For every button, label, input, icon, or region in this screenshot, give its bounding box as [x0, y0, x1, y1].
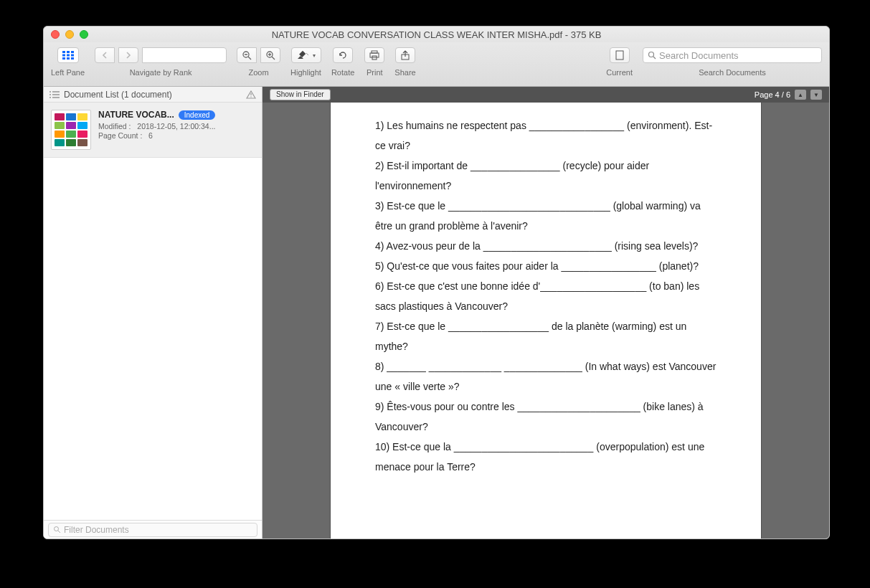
svg-line-10	[248, 57, 251, 60]
print-label: Print	[367, 68, 383, 77]
highlighter-icon	[296, 50, 311, 60]
toolbar: Left Pane Navigate by Rank	[44, 42, 829, 87]
document-line: 5) Qu'est-ce que vous faites pour aider …	[375, 256, 717, 276]
filter-placeholder: Filter Documents	[64, 525, 129, 535]
viewer: Show in Finder Page 4 / 6 ▲ ▼ 1) Les hum…	[263, 87, 829, 539]
current-label: Current	[606, 68, 633, 77]
svg-line-13	[272, 57, 275, 60]
document-meta: NATURE VOCAB... Indexed Modified : 2018-…	[98, 110, 255, 150]
svg-point-32	[55, 527, 59, 531]
page-indicator: Page 4 / 6	[755, 90, 790, 99]
rotate-label: Rotate	[331, 68, 354, 77]
svg-rect-4	[67, 54, 70, 57]
traffic-lights	[51, 30, 88, 39]
zoom-in-button[interactable]	[260, 47, 280, 63]
show-in-finder-button[interactable]: Show in Finder	[270, 89, 331, 100]
document-line: 10) Est-ce que la ______________________…	[375, 437, 717, 477]
search-label: Search Documents	[699, 68, 766, 77]
zoom-out-button[interactable]	[237, 47, 257, 63]
svg-rect-18	[370, 53, 379, 57]
search-input[interactable]: Search Documents	[643, 47, 822, 63]
pdf-page: 1) Les humains ne respectent pas _______…	[331, 103, 761, 539]
indexed-badge: Indexed	[179, 110, 216, 120]
nav-rank-field[interactable]	[142, 47, 227, 63]
svg-point-22	[649, 52, 654, 57]
svg-line-33	[58, 531, 60, 533]
highlight-button[interactable]: ▾	[291, 47, 321, 63]
sidebar-header-text: Document List (1 document)	[64, 90, 172, 100]
chevron-right-icon	[126, 52, 131, 59]
pagecount-label: Page Count :	[98, 131, 142, 140]
search-icon	[648, 51, 656, 60]
svg-rect-6	[62, 57, 65, 60]
nav-next-button[interactable]	[118, 47, 138, 63]
zoom-out-icon	[242, 50, 252, 60]
close-window-button[interactable]	[51, 30, 60, 39]
document-line: 2) Est-il important de ________________ …	[375, 156, 717, 196]
window-title: NATURE VOCAB CONVERSATION CLASS WEAK INT…	[44, 29, 829, 40]
document-icon	[615, 50, 624, 60]
print-button[interactable]	[364, 47, 384, 63]
document-line: 6) Est-ce que c'est une bonne idée d'___…	[375, 276, 717, 316]
triangle-down-icon: ▼	[813, 92, 819, 98]
modified-value: 2018-12-05, 12:00:34...	[137, 122, 215, 131]
left-pane-group: Left Pane	[51, 45, 85, 77]
sidebar: Document List (1 document) NATURE VOCAB.…	[44, 87, 263, 539]
left-pane-label: Left Pane	[51, 68, 85, 77]
body: Document List (1 document) NATURE VOCAB.…	[44, 87, 829, 539]
print-group: Print	[364, 45, 384, 77]
printer-icon	[369, 50, 379, 60]
filter-bar: Filter Documents	[44, 520, 262, 539]
document-line: 1) Les humains ne respectent pas _______…	[375, 115, 717, 156]
list-icon	[49, 90, 60, 99]
zoom-label: Zoom	[249, 68, 269, 77]
zoom-window-button[interactable]	[80, 30, 88, 39]
minimize-window-button[interactable]	[65, 30, 74, 39]
svg-rect-5	[71, 54, 74, 57]
grid-icon	[62, 51, 74, 60]
document-line: 3) Est-ce que le _______________________…	[375, 196, 717, 236]
navigate-label: Navigate by Rank	[130, 68, 192, 77]
svg-rect-3	[62, 54, 65, 57]
document-title: NATURE VOCAB...	[98, 110, 174, 120]
filter-input[interactable]: Filter Documents	[48, 523, 257, 537]
warning-icon[interactable]	[246, 90, 256, 99]
page-surface[interactable]: 1) Les humains ne respectent pas _______…	[263, 103, 829, 539]
pagecount-value: 6	[148, 131, 153, 140]
zoom-in-icon	[265, 50, 275, 60]
highlight-group: ▾ Highlight	[290, 45, 321, 77]
svg-point-31	[250, 96, 251, 97]
search-placeholder: Search Documents	[659, 50, 739, 61]
svg-rect-7	[67, 57, 70, 60]
left-pane-toggle[interactable]	[57, 47, 79, 63]
nav-prev-button[interactable]	[95, 47, 115, 63]
share-button[interactable]	[395, 47, 415, 63]
svg-rect-8	[71, 57, 74, 60]
search-group: Search Documents Search Documents	[643, 45, 822, 77]
page-up-button[interactable]: ▲	[795, 90, 806, 100]
share-group: Share	[394, 45, 415, 77]
document-list-item[interactable]: NATURE VOCAB... Indexed Modified : 2018-…	[44, 103, 262, 158]
rotate-group: Rotate	[331, 45, 354, 77]
sidebar-header: Document List (1 document)	[44, 87, 262, 103]
document-line: 7) Est-ce que le __________________ de l…	[375, 316, 717, 356]
document-line: 8) _______ _____________ ______________ …	[375, 356, 717, 397]
rotate-button[interactable]	[333, 47, 353, 63]
modified-label: Modified :	[98, 122, 131, 131]
app-window: NATURE VOCAB CONVERSATION CLASS WEAK INT…	[43, 26, 830, 539]
navigate-group: Navigate by Rank	[95, 45, 227, 77]
rotate-icon	[338, 50, 348, 60]
highlight-label: Highlight	[290, 68, 321, 77]
svg-line-23	[653, 57, 656, 59]
zoom-group: Zoom	[237, 45, 280, 77]
svg-rect-21	[616, 51, 623, 60]
share-label: Share	[394, 68, 415, 77]
chevron-down-icon: ▾	[313, 52, 316, 59]
share-icon	[400, 50, 410, 60]
svg-rect-1	[67, 51, 70, 53]
current-button[interactable]	[610, 47, 630, 63]
search-icon	[53, 526, 61, 534]
page-down-button[interactable]: ▼	[810, 90, 822, 100]
chevron-left-icon	[102, 52, 108, 59]
document-line: 4) Avez-vous peur de la ________________…	[375, 236, 717, 256]
